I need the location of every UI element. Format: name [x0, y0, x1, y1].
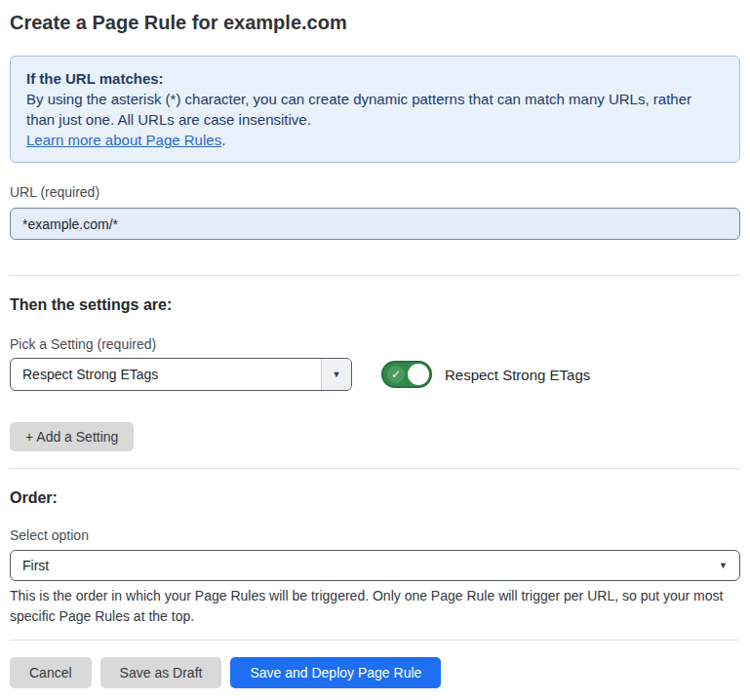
check-icon: ✓: [387, 366, 405, 383]
chevron-down-icon: ▼: [719, 562, 728, 570]
footer-actions: Cancel Save as Draft Save and Deploy Pag…: [10, 657, 740, 688]
setting-toggle[interactable]: ✓: [381, 361, 432, 388]
save-draft-button[interactable]: Save as Draft: [100, 657, 222, 688]
add-setting-button[interactable]: + Add a Setting: [10, 422, 134, 451]
setting-select-value: Respect Strong ETags: [11, 367, 321, 382]
info-box-link-line: Learn more about Page Rules.: [26, 130, 724, 150]
link-period: .: [221, 132, 225, 148]
setting-row: Respect Strong ETags ▼ ✓ Respect Strong …: [10, 358, 740, 391]
order-select[interactable]: First ▼: [10, 550, 740, 581]
learn-more-link[interactable]: Learn more about Page Rules: [26, 132, 221, 148]
info-box-heading: If the URL matches:: [26, 68, 724, 89]
footer-divider: [10, 640, 740, 641]
url-input[interactable]: [10, 208, 740, 240]
order-select-value: First: [22, 558, 49, 573]
settings-section-heading: Then the settings are:: [10, 296, 740, 314]
chevron-down-icon: ▼: [333, 370, 341, 379]
url-label: URL (required): [10, 184, 740, 200]
order-help-text: This is the order in which your Page Rul…: [10, 586, 740, 627]
create-page-rule-form: Create a Page Rule for example.com If th…: [10, 12, 740, 688]
section-divider: [10, 275, 740, 276]
order-select-label: Select option: [10, 527, 740, 543]
cancel-button[interactable]: Cancel: [10, 657, 92, 688]
setting-toggle-label: Respect Strong ETags: [445, 367, 590, 383]
pick-setting-label: Pick a Setting (required): [10, 336, 740, 352]
setting-select-arrow-button[interactable]: ▼: [321, 359, 351, 390]
save-deploy-button[interactable]: Save and Deploy Page Rule: [230, 657, 441, 688]
toggle-knob: [408, 364, 429, 385]
order-section-heading: Order:: [10, 489, 740, 507]
info-box-body: By using the asterisk (*) character, you…: [26, 89, 724, 130]
url-match-info-box: If the URL matches: By using the asteris…: [10, 56, 740, 163]
setting-select[interactable]: Respect Strong ETags ▼: [10, 358, 352, 391]
section-divider: [10, 468, 740, 469]
page-title: Create a Page Rule for example.com: [10, 12, 740, 34]
